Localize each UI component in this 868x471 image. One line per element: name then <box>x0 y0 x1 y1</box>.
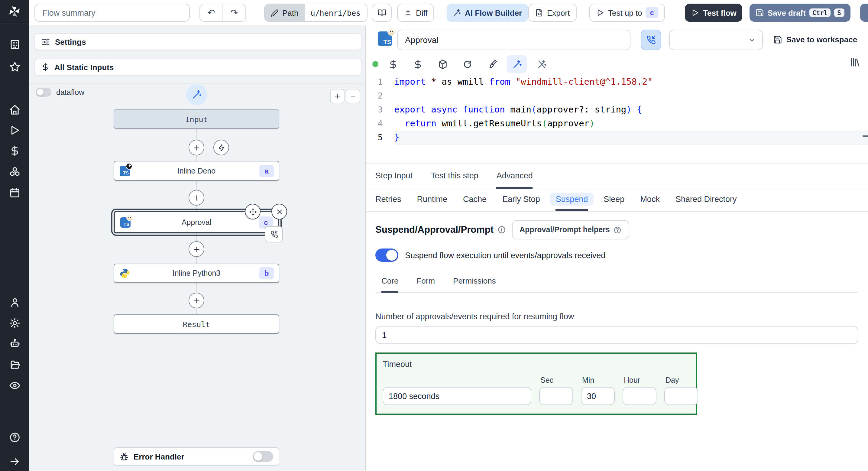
diff-button[interactable]: Diff <box>397 4 434 22</box>
all-static-inputs-button[interactable]: All Static Inputs <box>34 59 362 76</box>
add-step-button[interactable] <box>189 140 204 155</box>
add-resource-button[interactable] <box>407 55 428 73</box>
tab-retries[interactable]: Retries <box>375 189 401 211</box>
zoom-out-button[interactable] <box>346 89 360 104</box>
windmill-logo[interactable] <box>0 0 29 24</box>
deploy-button-partial[interactable] <box>860 4 868 22</box>
suspend-phone-button[interactable] <box>641 30 661 50</box>
script-version-select[interactable] <box>669 30 763 50</box>
sidebar-item-workspace[interactable] <box>0 35 29 54</box>
plus-icon <box>192 297 200 304</box>
path-button[interactable]: Path u/henri/bes <box>264 4 367 22</box>
tab-core[interactable]: Core <box>381 271 398 293</box>
tab-step-input[interactable]: Step Input <box>375 164 412 189</box>
flow-node-result[interactable]: Result <box>114 315 279 334</box>
sidebar-item-runs[interactable] <box>0 121 29 140</box>
tab-mock[interactable]: Mock <box>640 189 660 211</box>
test-flow-button[interactable]: Test flow <box>685 4 743 22</box>
sidebar-item-favorites[interactable] <box>0 57 29 77</box>
error-handler-toggle[interactable] <box>253 451 273 462</box>
editor-toolbar <box>366 53 868 75</box>
add-step-button[interactable] <box>189 190 204 206</box>
export-button[interactable]: Export <box>528 4 576 22</box>
approvals-count-input[interactable] <box>375 326 858 344</box>
eye-icon <box>9 380 20 391</box>
tab-test-this-step[interactable]: Test this step <box>431 164 478 189</box>
timeout-unit-hour-label: Hour <box>623 376 656 385</box>
timeout-day-input[interactable] <box>664 387 698 405</box>
sidebar-item-home[interactable] <box>0 100 29 119</box>
sidebar-item-audit-logs[interactable] <box>0 376 29 395</box>
add-step-button[interactable] <box>189 293 204 308</box>
undo-redo-group: ↶ ↷ <box>199 4 246 22</box>
help-circle-icon <box>614 226 621 234</box>
timeout-unit-min-label: Min <box>581 376 615 385</box>
format-button[interactable] <box>482 55 502 73</box>
move-step-button[interactable] <box>245 204 260 219</box>
timeout-sec-input[interactable] <box>539 387 573 405</box>
suspend-indicator-badge <box>265 226 283 242</box>
save-to-workspace-button[interactable]: Save to workspace <box>773 25 857 53</box>
robot-icon <box>9 338 20 350</box>
add-step-button[interactable] <box>189 241 204 257</box>
library-button[interactable] <box>849 57 860 68</box>
zap-icon <box>217 144 225 151</box>
sidebar-item-schedules[interactable] <box>0 183 29 202</box>
suspend-toggle[interactable] <box>375 248 398 262</box>
arrow-right-icon <box>9 456 20 467</box>
approval-prompt-helpers-button[interactable]: Approval/Prompt helpers <box>512 220 629 239</box>
primary-tabs: Step Input Test this step Advanced <box>366 163 868 189</box>
docs-button[interactable] <box>372 4 392 22</box>
sidebar-item-resources[interactable] <box>0 163 29 181</box>
step-name-input[interactable] <box>397 30 630 50</box>
suspend-title: Suspend/Approval/Prompt <box>375 224 506 235</box>
flow-settings-button[interactable]: Settings <box>34 33 362 50</box>
tab-shared-directory[interactable]: Shared Directory <box>676 189 737 211</box>
flow-node-inline-python3[interactable]: Inline Python3 b <box>114 264 279 283</box>
sidebar-collapse-button[interactable] <box>0 452 29 471</box>
package-button[interactable] <box>432 55 453 73</box>
dollar-icon <box>412 59 423 69</box>
flow-node-inline-deno[interactable]: TS Inline Deno a <box>114 161 279 181</box>
sidebar-item-folders[interactable] <box>0 355 29 374</box>
dataflow-toggle[interactable] <box>36 88 51 97</box>
sidebar-item-settings[interactable] <box>0 314 29 332</box>
tab-early-stop[interactable]: Early Stop <box>502 189 540 211</box>
sidebar-item-variables[interactable] <box>0 142 29 160</box>
test-up-to-button[interactable]: Test up to c <box>589 4 665 22</box>
flow-node-input[interactable]: Input <box>114 110 279 129</box>
flow-summary-input[interactable] <box>34 4 190 22</box>
timeout-unit-day-label: Day <box>664 376 698 385</box>
redo-button[interactable]: ↷ <box>222 4 245 21</box>
ai-graph-wand-button[interactable] <box>186 84 207 105</box>
undo-button[interactable]: ↶ <box>200 4 222 21</box>
zoom-in-button[interactable] <box>330 89 345 104</box>
ai-flow-builder-button[interactable]: AI Flow Builder <box>447 4 528 22</box>
sidebar-item-help[interactable] <box>0 429 29 447</box>
sidebar-item-users[interactable] <box>0 293 29 312</box>
save-draft-button[interactable]: Save draft Ctrl S <box>749 4 850 22</box>
ai-disable-button[interactable] <box>531 55 552 73</box>
tab-permissions[interactable]: Permissions <box>453 271 496 293</box>
tab-suspend-label: Suspend <box>550 193 594 206</box>
node-label: Result <box>183 320 210 329</box>
error-handler-row[interactable]: Error Handler <box>114 447 279 466</box>
reload-button[interactable] <box>457 55 477 73</box>
tab-advanced[interactable]: Advanced <box>497 164 533 189</box>
code-lines: import * as wmill from "windmill-client@… <box>394 75 868 145</box>
timeout-hour-input[interactable] <box>623 387 656 405</box>
sidebar-item-workers[interactable] <box>0 334 29 353</box>
tab-suspend[interactable]: Suspend <box>556 189 588 211</box>
delete-step-button[interactable] <box>271 204 287 219</box>
tab-sleep[interactable]: Sleep <box>603 189 624 211</box>
play-icon <box>9 124 20 136</box>
tab-form[interactable]: Form <box>416 271 435 293</box>
add-variable-button[interactable] <box>383 55 403 73</box>
tab-runtime[interactable]: Runtime <box>417 189 447 211</box>
timeout-min-input[interactable] <box>581 387 615 405</box>
add-trigger-button[interactable] <box>213 140 229 155</box>
tab-cache[interactable]: Cache <box>463 189 487 211</box>
timeout-display-input[interactable] <box>383 387 531 405</box>
suspend-title-text: Suspend/Approval/Prompt <box>375 224 494 235</box>
ai-assistant-button[interactable] <box>506 55 527 73</box>
